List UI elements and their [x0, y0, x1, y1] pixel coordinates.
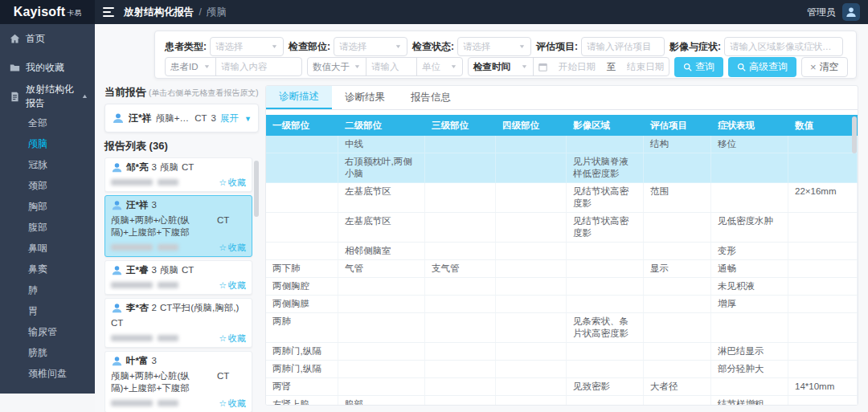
report-list-scrollbar	[254, 157, 259, 412]
report-list-item[interactable]: 王*睿3颅脑CT☆收藏	[104, 260, 252, 295]
table-row[interactable]: 相邻侧脑室变形	[266, 243, 858, 260]
table-row[interactable]: 两肺门,纵隔部分轻肿大	[266, 361, 858, 378]
favorite-button[interactable]: ☆收藏	[219, 398, 246, 410]
report-list-item[interactable]: 李*杏2CT平扫(颅脑,胸部,)CT☆收藏	[104, 298, 252, 348]
favorite-button[interactable]: ☆收藏	[219, 332, 246, 345]
table-cell: 增厚	[711, 296, 788, 312]
table-row[interactable]: 左肾上腺腺部结节样增粗	[266, 396, 858, 406]
chevron-up-icon: ▲	[81, 93, 88, 100]
favorite-button[interactable]: ☆收藏	[219, 242, 246, 254]
scrollbar-thumb[interactable]	[254, 161, 259, 217]
exam-time-select[interactable]: 检查时间 ▼	[469, 58, 533, 75]
table-cell	[338, 378, 425, 395]
expand-label: 展开	[220, 113, 239, 123]
date-range-picker[interactable]: 开始日期 至 结束日期	[534, 61, 669, 73]
numeric-value-input[interactable]: 请输入	[366, 61, 416, 73]
username-label: 管理员	[807, 6, 836, 19]
table-cell: 结节样增粗	[711, 396, 788, 406]
table-cell: 相邻侧脑室	[338, 243, 425, 259]
sidebar-subitem[interactable]: 鼻咽	[0, 238, 95, 259]
table-row[interactable]: 两肺见条索状、条片状高密度影	[266, 313, 858, 343]
table-cell	[425, 361, 496, 377]
favorite-button[interactable]: ☆收藏	[219, 279, 246, 292]
calendar-icon	[538, 63, 547, 71]
report-list-item[interactable]: 邹*亮3颅脑CT☆收藏	[104, 157, 252, 192]
report-count: 3	[151, 355, 156, 367]
table-cell	[338, 361, 425, 377]
modality-label: CT	[111, 317, 123, 329]
report-list-item[interactable]: 汪*祥3颅脑+两肺+心脏(纵隔)+上腹部+下腹部CT☆收藏	[104, 195, 252, 257]
filter-select[interactable]: 请选择▼	[457, 37, 531, 56]
sidebar-subitem[interactable]: 腹部	[0, 217, 95, 238]
table-row[interactable]: 两肾见致密影大者径14*10mm	[266, 378, 858, 396]
sidebar-subitem[interactable]: 颈部	[0, 175, 95, 196]
table-cell	[788, 260, 858, 277]
advanced-search-button[interactable]: 高级查询	[728, 57, 796, 77]
filter-select[interactable]: 请选择▼	[334, 37, 407, 56]
topbar: Kayisoft 卡易 放射结构化报告 / 颅脑 管理员	[0, 0, 868, 24]
breadcrumb-root[interactable]: 放射结构化报告	[124, 6, 194, 19]
clear-button[interactable]: × 清空	[801, 57, 848, 77]
patient-name: 汪*祥	[126, 199, 148, 211]
menu-fold-icon[interactable]	[103, 7, 114, 17]
current-report-hint: (单击右侧单元格查看报告原文)	[149, 88, 259, 99]
table-header-row: 一级部位二级部位三级部位四级部位影像区域评估项目症状表现数值	[266, 115, 858, 136]
sidebar-subitem[interactable]: 胸部	[0, 196, 95, 217]
patient-content-input[interactable]: 请输入内容	[216, 61, 301, 73]
filter-select[interactable]: 请选择▼	[210, 37, 284, 56]
table-row[interactable]: 两下肺气管支气管显示通畅	[266, 260, 858, 278]
table-row[interactable]: 中线结构移位	[266, 136, 858, 153]
sidebar-subitem[interactable]: 胃	[0, 300, 95, 321]
filter-input[interactable]: 请输入评估项目	[581, 37, 665, 56]
filter-input[interactable]: 请输入区域影像或症状表现	[724, 37, 843, 56]
patient-avatar-icon	[112, 112, 125, 124]
favorite-button[interactable]: ☆收藏	[219, 177, 246, 189]
tab-item[interactable]: 诊断结果	[332, 86, 398, 109]
sidebar-item-home[interactable]: 首页	[0, 24, 95, 53]
sidebar-item-favorites[interactable]: 我的收藏	[0, 53, 95, 82]
table-cell	[567, 278, 644, 295]
table-cell: 两侧胸膜	[266, 296, 338, 312]
patient-id-select[interactable]: 患者ID ▼	[166, 58, 215, 75]
sidebar-subitem[interactable]: 鼻窦	[0, 259, 95, 279]
column-header: 症状表现	[711, 115, 788, 136]
redacted-text	[111, 282, 153, 288]
sidebar-subitem[interactable]: 输尿管	[0, 321, 95, 342]
table-row[interactable]: 两侧胸腔未见积液	[266, 278, 858, 296]
table-cell: 结构	[644, 136, 711, 153]
table-cell: 两肺门,纵隔	[266, 361, 338, 377]
sidebar-subitem[interactable]: 冠脉	[0, 154, 95, 175]
table-row[interactable]: 右顶额枕叶,两侧小脑见片状脑脊液样低密度影	[266, 153, 858, 183]
tab-item[interactable]: 报告信息	[398, 86, 464, 109]
numeric-filter-group: 数值大于 ▼ 请输入 单位 ▼	[307, 57, 463, 76]
sidebar-subitem[interactable]: 全部	[0, 112, 95, 133]
table-row[interactable]: 两肺门,纵隔淋巴结显示	[266, 343, 858, 361]
table-row[interactable]: 两侧胸膜增厚	[266, 296, 858, 313]
numeric-compare-select[interactable]: 数值大于 ▼	[308, 58, 366, 75]
table-cell	[644, 343, 711, 360]
search-icon	[737, 63, 746, 71]
report-list-item[interactable]: 叶*富3颅脑+两肺+心脏(纵隔)+上腹部+下腹部CT☆收藏	[104, 351, 252, 412]
search-button[interactable]: 查询	[674, 57, 723, 77]
table-cell: 右顶额枕叶,两侧小脑	[338, 153, 425, 182]
sidebar-subitem[interactable]: 颅脑	[0, 133, 95, 154]
expand-button[interactable]: 展开 ▼	[220, 112, 252, 124]
end-date-placeholder: 结束日期	[627, 61, 664, 73]
table-cell	[266, 213, 338, 242]
unit-select-value: 单位	[422, 61, 440, 73]
table-cell	[644, 153, 711, 182]
current-report-card[interactable]: 汪*祥 颅脑+两肺+心... CT 3 展开 ▼	[104, 104, 259, 133]
scrollbar-thumb[interactable]	[852, 116, 857, 153]
sidebar-subitem[interactable]: 肺	[0, 279, 95, 300]
table-row[interactable]: 左基底节区见结节状高密度影范围22×16mm	[266, 183, 858, 213]
report-count: 2	[151, 302, 156, 314]
tab-active[interactable]: 诊断描述	[266, 86, 332, 109]
chevron-down-icon: ▼	[518, 43, 526, 50]
table-row[interactable]: 左基底节区见结节状高密度影见低密度水肿	[266, 213, 858, 243]
user-avatar[interactable]	[842, 3, 860, 21]
unit-select[interactable]: 单位 ▼	[417, 58, 462, 75]
sidebar-subitem[interactable]: 膀胱	[0, 342, 95, 363]
sidebar-item-structured-reports[interactable]: 放射结构化报告 ▲	[0, 82, 95, 111]
filter-row-2: 患者ID ▼ 请输入内容 数值大于 ▼ 请输入 单位	[165, 57, 846, 76]
sidebar-subitem[interactable]: 颈椎间盘	[0, 363, 95, 384]
